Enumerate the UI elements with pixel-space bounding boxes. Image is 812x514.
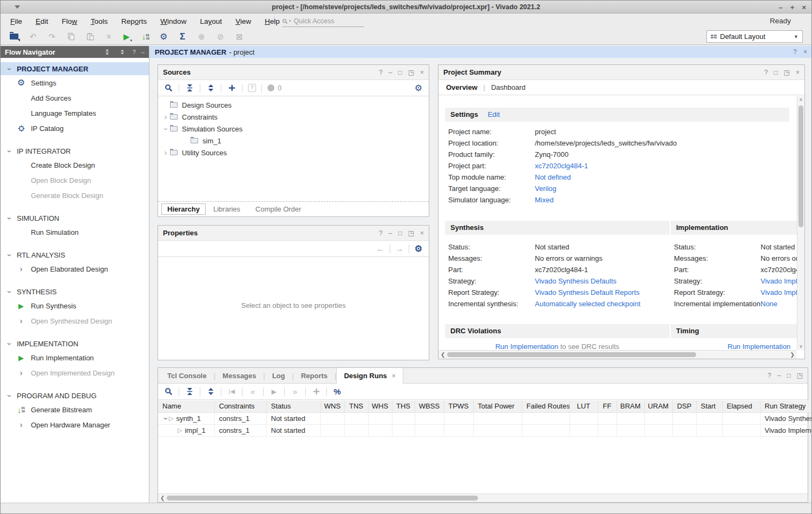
search-icon[interactable]	[163, 386, 173, 397]
flow-item-open-elaborated-design[interactable]: ›Open Elaborated Design	[1, 261, 149, 276]
flow-section-rtl-analysis[interactable]: ›RTL ANALYSIS	[1, 248, 149, 261]
timing-run-implementation-link[interactable]: Run Implementation	[728, 342, 790, 350]
minimize-icon[interactable]: –	[779, 3, 783, 11]
close-icon[interactable]: ×	[392, 372, 396, 380]
column-header-run-strategy[interactable]: Run Strategy	[760, 400, 812, 412]
menu-tools[interactable]: Tools	[91, 17, 108, 25]
flow-section-implementation[interactable]: ›IMPLEMENTATION	[1, 337, 149, 350]
field-value[interactable]: Vivado Implementation Default Reports	[761, 288, 797, 296]
play-icon[interactable]: ▶	[269, 386, 279, 397]
float-icon[interactable]: ◳	[784, 69, 790, 76]
flow-item-open-synthesized-design[interactable]: ›Open Synthesized Design	[1, 313, 149, 328]
settings-icon[interactable]: ⚙	[414, 83, 423, 94]
flow-section-ip-integrator[interactable]: ›IP INTEGRATOR	[1, 144, 149, 157]
tab-dashboard[interactable]: Dashboard	[491, 83, 526, 91]
flow-item-create-block-design[interactable]: Create Block Design	[1, 157, 149, 173]
redo-icon[interactable]: ↷	[47, 31, 57, 42]
horizontal-scrollbar[interactable]: ❮ ❯	[438, 350, 797, 359]
column-header-ths[interactable]: THS	[392, 400, 415, 412]
copy-icon[interactable]	[66, 31, 76, 42]
column-header-lut[interactable]: LUT	[569, 400, 598, 412]
add-icon[interactable]	[227, 83, 237, 94]
back-icon[interactable]: ←	[376, 243, 385, 254]
flow-section-synthesis[interactable]: ›SYNTHESIS	[1, 285, 149, 298]
collapse-all-icon[interactable]	[185, 386, 194, 397]
help-icon[interactable]: ?	[379, 229, 383, 237]
flow-item-generate-block-design[interactable]: Generate Block Design	[1, 188, 149, 203]
help-icon[interactable]: ?	[764, 69, 768, 76]
expand-all-icon[interactable]	[117, 47, 127, 57]
field-value[interactable]: Mixed	[535, 196, 554, 204]
quick-access-input[interactable]: ▾ Quick Access	[282, 16, 364, 27]
chevron-down-icon[interactable]: ›	[163, 416, 169, 422]
forward-icon[interactable]: »	[290, 386, 300, 397]
close-icon[interactable]: ×	[802, 3, 806, 11]
vertical-scrollbar[interactable]: ∧ ∨	[797, 96, 804, 350]
help-icon[interactable]: ?	[768, 372, 771, 379]
percent-icon[interactable]: %	[332, 386, 342, 397]
generate-bitstream-icon[interactable]: ↓0110	[142, 32, 149, 41]
flow-item-open-hardware-manager[interactable]: ›Open Hardware Manager	[1, 417, 149, 432]
tree-item-simulation-sources[interactable]: ›Simulation Sources	[158, 123, 429, 135]
maximize-icon[interactable]: □	[398, 229, 402, 237]
field-value[interactable]: Automatically selected checkpoint	[535, 300, 640, 308]
field-value[interactable]: None	[761, 300, 777, 308]
float-icon[interactable]: ◳	[408, 69, 414, 76]
tree-item-constraints[interactable]: ›Constraints	[158, 111, 429, 123]
column-header-dsp[interactable]: DSP	[672, 400, 696, 412]
collapse-all-icon[interactable]	[185, 83, 194, 94]
chevron-down-icon[interactable]: ›	[163, 126, 169, 133]
tab-compile-order[interactable]: Compile Order	[256, 205, 302, 213]
edit-disabled-icon[interactable]: ⊘	[215, 31, 225, 42]
help-icon[interactable]: ?	[133, 49, 136, 55]
scrollbar-thumb[interactable]	[798, 106, 803, 227]
column-header-failed-routes[interactable]: Failed Routes	[522, 400, 569, 412]
scroll-right-icon[interactable]: ❯	[790, 351, 795, 359]
flow-item-add-sources[interactable]: Add Sources	[1, 90, 149, 106]
chevron-right-icon[interactable]: ›	[162, 114, 169, 120]
column-header-wns[interactable]: WNS	[320, 400, 344, 412]
close-icon[interactable]: ×	[420, 229, 424, 237]
run-icon[interactable]: ▶▾	[123, 31, 133, 42]
tab-libraries[interactable]: Libraries	[213, 205, 240, 213]
open-project-icon[interactable]	[9, 31, 19, 42]
add-icon[interactable]	[311, 386, 321, 397]
column-header-uram[interactable]: URAM	[644, 400, 672, 412]
menu-edit[interactable]: Edit	[36, 17, 48, 25]
menu-window[interactable]: Window	[160, 17, 186, 25]
menu-help[interactable]: Help	[265, 17, 280, 25]
column-header-constraints[interactable]: Constraints	[214, 400, 266, 412]
float-icon[interactable]: ◳	[797, 372, 803, 379]
expand-all-icon[interactable]	[206, 386, 215, 397]
flow-section-simulation[interactable]: ›SIMULATION	[1, 212, 149, 225]
flow-item-settings[interactable]: ⚙Settings	[1, 75, 149, 90]
column-header-tns[interactable]: TNS	[344, 400, 368, 412]
help-disabled-icon[interactable]: ?	[248, 84, 256, 92]
column-header-tpws[interactable]: TPWS	[444, 400, 473, 412]
menu-view[interactable]: View	[235, 17, 251, 25]
column-header-whs[interactable]: WHS	[368, 400, 392, 412]
maximize-icon[interactable]: □	[398, 69, 402, 76]
message-count-badge[interactable]: 0	[267, 84, 281, 92]
column-header-status[interactable]: Status	[266, 400, 320, 412]
column-header-total-power[interactable]: Total Power	[473, 400, 522, 412]
paste-icon[interactable]	[85, 31, 95, 42]
field-value[interactable]: Vivado Synthesis Default Reports	[535, 288, 639, 296]
tree-item-utility-sources[interactable]: ›Utility Sources	[158, 147, 429, 159]
column-header-wbss[interactable]: WBSS	[415, 400, 444, 412]
maximize-icon[interactable]: □	[787, 372, 790, 379]
tab-design-runs[interactable]: Design Runs×	[336, 368, 403, 384]
settings-icon[interactable]: ⚙	[159, 31, 168, 42]
flow-item-generate-bitstream[interactable]: ↓0110Generate Bitstream	[1, 402, 149, 417]
report-icon[interactable]: Σ	[178, 31, 187, 42]
tab-messages[interactable]: Messages	[215, 368, 263, 383]
drc-run-implementation-link[interactable]: Run Implementation	[495, 342, 558, 350]
minimize-icon[interactable]: –	[141, 49, 145, 55]
close-icon[interactable]: ×	[803, 48, 807, 56]
minimize-icon[interactable]: –	[389, 69, 392, 76]
tab-log[interactable]: Log	[265, 368, 292, 383]
kill-icon[interactable]: ⊠	[234, 31, 244, 42]
tab-reports[interactable]: Reports	[294, 368, 335, 383]
scroll-up-icon[interactable]: ∧	[797, 97, 804, 102]
close-icon[interactable]: ×	[796, 69, 800, 76]
